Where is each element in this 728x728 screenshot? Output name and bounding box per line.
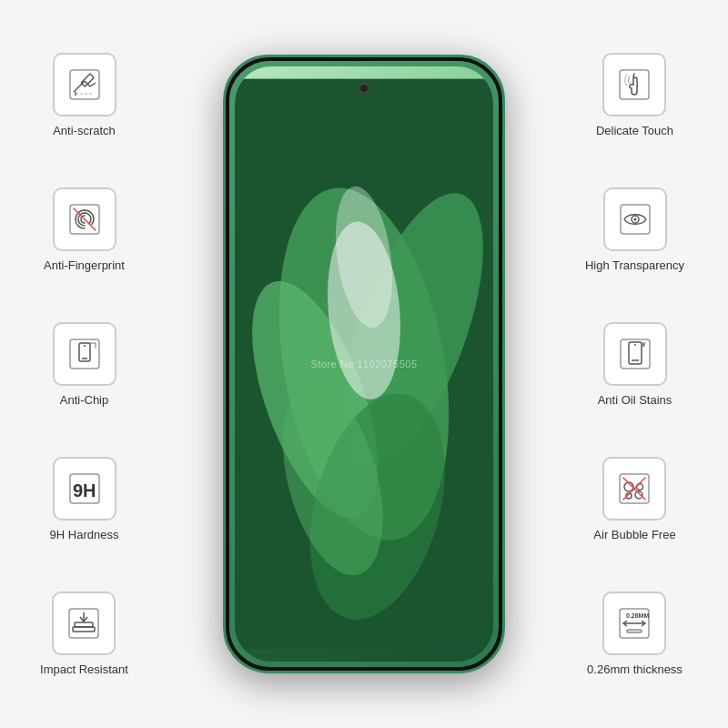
svg-rect-9 [70, 339, 99, 369]
feature-air-bubble-free: Air Bubble Free [593, 457, 675, 541]
feature-anti-oil-stains: Anti Oil Stains [598, 322, 672, 407]
svg-line-1 [74, 81, 85, 92]
anti-chip-label: Anti-Chip [60, 393, 108, 407]
anti-scratch-icon [53, 53, 116, 116]
air-bubble-free-label: Air Bubble Free [593, 528, 675, 541]
svg-point-35 [642, 343, 645, 347]
anti-oil-stains-label: Anti Oil Stains [598, 393, 672, 407]
air-bubble-free-icon [602, 457, 666, 521]
feature-high-transparency: High Transparency [585, 187, 684, 272]
thickness-icon: 0.26MM [602, 592, 666, 655]
impact-resistant-label: Impact Resistant [40, 662, 128, 676]
svg-text:9H: 9H [73, 480, 96, 500]
svg-text:0.26MM: 0.26MM [626, 612, 649, 619]
9h-hardness-label: 9H Hardness [50, 528, 119, 541]
impact-resistant-icon [52, 592, 116, 655]
anti-fingerprint-label: Anti-Fingerprint [44, 258, 125, 272]
left-features: Anti-scratch Anti-Fingerprint [9, 0, 159, 728]
svg-line-3 [90, 83, 96, 86]
feature-thickness: 0.26MM 0.26mm thickness [587, 592, 682, 676]
anti-oil-stains-icon [603, 322, 667, 386]
phone-outer: Store No:1102075505 [223, 55, 505, 673]
phone-wrapper: Store No:1102075505 [223, 55, 505, 673]
svg-point-12 [84, 345, 86, 347]
watermark-text: Store No:1102075505 [310, 359, 417, 369]
svg-line-8 [74, 208, 96, 230]
feature-anti-fingerprint: Anti-Fingerprint [44, 187, 125, 272]
thickness-label: 0.26mm thickness [587, 662, 682, 676]
feature-impact-resistant: Impact Resistant [40, 592, 128, 676]
svg-rect-17 [75, 622, 93, 627]
svg-rect-0 [70, 70, 99, 99]
feature-9h-hardness: 9H 9H Hardness [50, 457, 119, 541]
anti-scratch-label: Anti-scratch [53, 124, 116, 137]
anti-fingerprint-icon [53, 187, 116, 251]
9h-hardness-icon: 9H [53, 457, 116, 521]
anti-chip-icon [53, 322, 116, 386]
right-features: Delicate Touch High Transparency [551, 0, 719, 728]
svg-rect-47 [627, 630, 642, 632]
leaf-background: Store No:1102075505 [235, 66, 493, 662]
high-transparency-label: High Transparency [585, 258, 684, 272]
delicate-touch-label: Delicate Touch [596, 124, 673, 137]
svg-point-30 [633, 217, 636, 220]
svg-point-34 [634, 344, 636, 346]
high-transparency-icon [603, 187, 667, 251]
main-container: Anti-scratch Anti-Fingerprint [0, 0, 728, 728]
delicate-touch-icon [602, 53, 666, 116]
camera-dot [359, 83, 369, 94]
feature-anti-scratch: Anti-scratch [53, 53, 116, 137]
phone-screen: Store No:1102075505 [235, 66, 493, 662]
feature-delicate-touch: Delicate Touch [596, 53, 673, 137]
feature-anti-chip: Anti-Chip [53, 322, 116, 407]
